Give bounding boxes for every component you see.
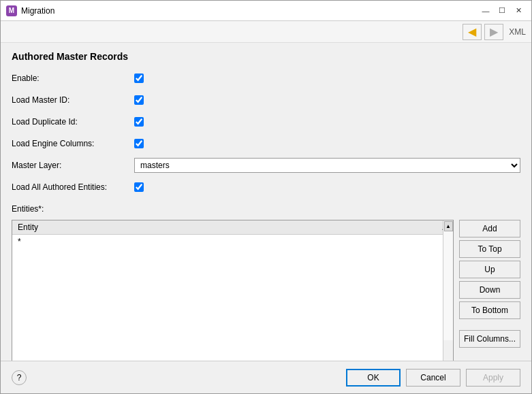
side-buttons: Add To Top Up Down To Bottom Fill Column… — [459, 220, 520, 361]
app-icon: M — [6, 5, 17, 16]
to-top-button[interactable]: To Top — [459, 240, 520, 258]
down-button[interactable]: Down — [459, 281, 520, 299]
load-duplicate-id-label: Load Duplicate Id: — [12, 117, 134, 127]
footer-left: ? — [12, 370, 27, 385]
main-window: M Migration — ☐ ✕ ◀ ▶ XML Authored Maste… — [0, 0, 532, 394]
load-all-authored-label: Load All Authored Entities: — [12, 182, 134, 192]
fill-columns-button[interactable]: Fill Columns... — [459, 330, 520, 348]
load-engine-columns-checkbox[interactable] — [134, 139, 144, 148]
enable-row: Enable: — [12, 70, 520, 86]
entity-col-label: Entity — [18, 223, 38, 232]
ok-button[interactable]: OK — [346, 369, 401, 387]
master-layer-row: Master Layer: masters — [12, 157, 520, 174]
load-duplicate-id-checkbox[interactable] — [134, 117, 144, 127]
load-engine-columns-row: Load Engine Columns: — [12, 135, 520, 152]
load-engine-columns-label: Load Engine Columns: — [12, 139, 134, 148]
window-title: Migration — [21, 6, 478, 16]
entities-table-outer: Entity ▲ * ▲ ▼ ◀ — [12, 220, 454, 361]
close-button[interactable]: ✕ — [511, 3, 526, 18]
table-row[interactable]: * — [12, 235, 453, 248]
apply-button[interactable]: Apply — [466, 369, 520, 387]
footer: ? OK Cancel Apply — [1, 361, 531, 393]
section-title: Authored Master Records — [12, 51, 520, 62]
entities-table: Entity ▲ * ▲ ▼ ◀ — [12, 220, 454, 361]
vertical-scrollbar[interactable]: ▲ ▼ — [443, 220, 453, 361]
enable-label: Enable: — [12, 73, 134, 83]
add-button[interactable]: Add — [459, 220, 520, 237]
title-bar: M Migration — ☐ ✕ — [1, 1, 531, 21]
load-master-id-row: Load Master ID: — [12, 92, 520, 108]
enable-checkbox[interactable] — [134, 73, 144, 83]
up-button[interactable]: Up — [459, 261, 520, 278]
toolbar: ◀ ▶ XML — [1, 21, 531, 43]
scroll-track — [443, 231, 453, 340]
footer-right: OK Cancel Apply — [346, 369, 520, 387]
to-bottom-button[interactable]: To Bottom — [459, 301, 520, 319]
xml-label: XML — [509, 27, 526, 37]
maximize-button[interactable]: ☐ — [495, 3, 510, 18]
window-controls: — ☐ ✕ — [478, 3, 526, 18]
entities-label: Entities*: — [12, 204, 134, 214]
cancel-button[interactable]: Cancel — [406, 369, 460, 387]
entities-section: Entities*: Entity ▲ * ▲ — [12, 201, 520, 361]
load-all-authored-row: Load All Authored Entities: — [12, 179, 520, 195]
load-all-authored-checkbox[interactable] — [134, 182, 144, 192]
forward-icon: ▶ — [490, 25, 498, 38]
scroll-up-btn[interactable]: ▲ — [444, 221, 453, 231]
content-area: Authored Master Records Enable: Load Mas… — [1, 43, 531, 361]
minimize-button[interactable]: — — [478, 3, 493, 18]
master-layer-label: Master Layer: — [12, 161, 134, 170]
back-button[interactable]: ◀ — [463, 24, 482, 40]
load-master-id-checkbox[interactable] — [134, 95, 144, 105]
entities-row: Entity ▲ * ▲ ▼ ◀ — [12, 220, 520, 361]
entity-column-header: Entity ▲ — [12, 220, 453, 235]
back-icon: ◀ — [468, 25, 476, 38]
forward-button[interactable]: ▶ — [484, 24, 503, 40]
load-duplicate-id-row: Load Duplicate Id: — [12, 114, 520, 130]
load-master-id-label: Load Master ID: — [12, 95, 134, 105]
help-button[interactable]: ? — [12, 370, 27, 385]
master-layer-select[interactable]: masters — [134, 158, 520, 173]
